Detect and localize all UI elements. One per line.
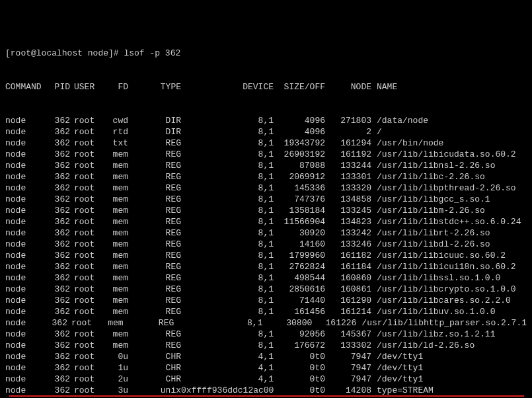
cell-size: 4096 [274, 126, 325, 138]
lsof-row: node362rootmemREG8,192056145367/usr/lib/… [5, 329, 527, 340]
cell-command: node [5, 115, 46, 126]
cell-pid: 362 [46, 182, 70, 194]
lsof-row: node362rootmemREG8,1747376134858/usr/lib… [5, 194, 527, 205]
cell-name: /usr/lib/libuv.so.1.0.0 [371, 306, 527, 317]
cell-type: REG [128, 261, 181, 272]
col-fd: FD [100, 81, 128, 93]
cell-command: node [5, 362, 46, 374]
cell-node: 161182 [325, 250, 371, 261]
cell-type: REG [128, 284, 181, 295]
cell-node: 7947 [325, 362, 371, 374]
cell-user: root [70, 261, 100, 272]
cell-fd: mem [100, 329, 128, 340]
cell-name: /usr/lib/libicui18n.so.60.2 [371, 261, 527, 272]
cell-device: 8,1 [181, 138, 274, 149]
cell-size: 2850616 [274, 284, 325, 295]
lsof-row: node362rootrtdDIR8,140962/ [5, 126, 527, 138]
cell-type: REG [128, 329, 181, 340]
cell-type: REG [128, 295, 181, 306]
cell-type: DIR [128, 126, 181, 138]
cell-node: 134858 [325, 194, 371, 205]
cell-node: 7947 [325, 374, 371, 385]
cell-pid: 362 [46, 362, 70, 374]
cell-command: node [5, 374, 46, 385]
cell-node: 14208 [325, 385, 371, 396]
col-node: NODE [325, 81, 371, 93]
cell-device: 8,1 [181, 160, 274, 171]
cell-fd: mem [100, 182, 128, 194]
cell-fd: mem [100, 216, 128, 227]
cell-node: 2 [325, 126, 371, 138]
col-type: TYPE [128, 81, 181, 93]
cell-size: 145336 [274, 182, 325, 194]
cell-name: /dev/tty1 [371, 374, 527, 385]
cell-fd: 3u [100, 385, 128, 396]
cell-fd: mem [100, 239, 128, 250]
cell-size: 0t0 [274, 385, 325, 396]
cell-device: 8,1 [181, 194, 274, 205]
cell-command: node [5, 171, 46, 182]
cell-device: 8,1 [181, 115, 274, 126]
cell-command: node [5, 261, 46, 272]
cell-type: REG [128, 194, 181, 205]
cell-device: 8,1 [181, 126, 274, 138]
cell-fd: mem [100, 284, 128, 295]
lsof-row: node362rootmemREG8,1498544160860/usr/lib… [5, 272, 527, 284]
cell-size: 1799960 [274, 250, 325, 261]
cell-user: root [70, 182, 100, 194]
cell-name: /usr/lib/libdl-2.26.so [371, 239, 527, 250]
cell-name: /usr/lib/ld-2.26.so [371, 340, 527, 351]
lsof-row: node362rootmemREG8,11799960161182/usr/li… [5, 250, 527, 261]
lsof-row: node362root2uCHR4,10t07947/dev/tty1 [5, 374, 527, 385]
cell-name: /usr/lib/libssl.so.1.0.0 [371, 272, 527, 284]
cell-pid: 362 [46, 239, 70, 250]
cell-pid: 362 [46, 149, 70, 160]
col-user: USER [70, 81, 100, 93]
cell-size: 161456 [274, 306, 325, 317]
cell-user: root [70, 284, 100, 295]
cell-fd: mem [100, 295, 128, 306]
cell-device: 8,1 [181, 182, 274, 194]
cell-name: /usr/lib/librt-2.26.so [371, 227, 527, 239]
cell-type: REG [128, 171, 181, 182]
cell-device: 0xffff936ddc12ac00 [181, 385, 274, 396]
cell-size: 1358184 [274, 205, 325, 216]
cell-user: root [70, 351, 100, 362]
shell-prompt-line: [root@localhost node]# lsof -p 362 [5, 48, 527, 59]
cell-user: root [70, 149, 100, 160]
cell-command: node [5, 340, 46, 351]
cell-fd: mem [100, 272, 128, 284]
cell-command: node [5, 194, 46, 205]
cell-type: CHR [128, 362, 181, 374]
cell-fd: mem [100, 160, 128, 171]
cell-node: 7947 [325, 351, 371, 362]
lsof-row: node362rootmemREG8,130800161226/usr/lib/… [5, 317, 527, 329]
cell-fd: rtd [100, 126, 128, 138]
cell-size: 498544 [274, 272, 325, 284]
cell-node: 161214 [325, 306, 371, 317]
cell-name: /usr/lib/libhttp_parser.so.2.7.1 [356, 317, 527, 329]
cell-command: node [5, 295, 46, 306]
cell-fd: 2u [100, 374, 128, 385]
cell-user: root [70, 306, 100, 317]
cell-type: REG [128, 216, 181, 227]
cell-user: root [70, 216, 100, 227]
col-command: COMMAND [5, 81, 46, 93]
cell-name: /usr/lib/libm-2.26.so [371, 205, 527, 216]
cell-type: REG [128, 306, 181, 317]
lsof-row: node362rootmemREG8,126903192161192/usr/l… [5, 149, 527, 160]
cell-user: root [70, 362, 100, 374]
cell-pid: 362 [46, 126, 70, 138]
cell-node: 133301 [325, 171, 371, 182]
cell-user: root [70, 205, 100, 216]
cell-name: /usr/lib/libz.so.1.2.11 [371, 329, 527, 340]
cell-command: node [5, 138, 46, 149]
cell-pid: 362 [46, 216, 70, 227]
lsof-row: node362rootmemREG8,111566904134823/usr/l… [5, 216, 527, 227]
cell-pid: 362 [46, 194, 70, 205]
lsof-row: node362rootmemREG8,130920133242/usr/lib/… [5, 227, 527, 239]
cell-size: 4096 [274, 115, 325, 126]
cell-pid: 362 [46, 295, 70, 306]
cell-type: REG [128, 227, 181, 239]
cell-type: REG [128, 205, 181, 216]
